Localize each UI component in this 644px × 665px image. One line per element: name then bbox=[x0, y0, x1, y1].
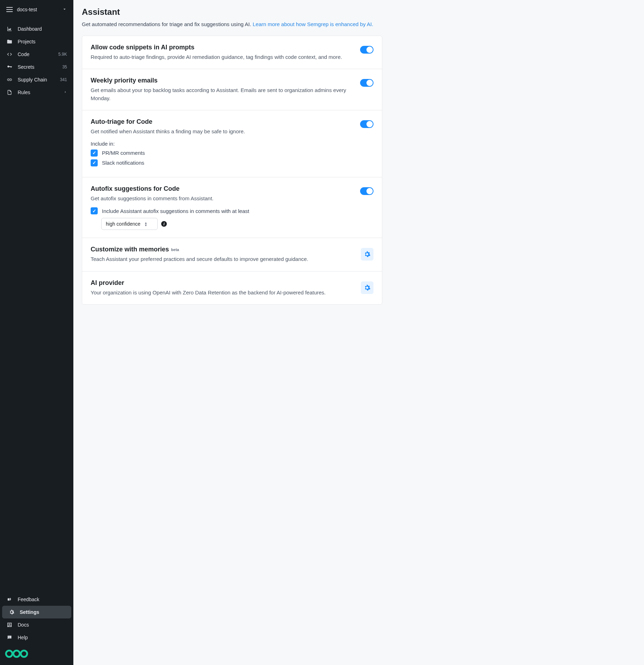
memories-settings-button[interactable] bbox=[361, 248, 373, 261]
section-title: AI provider bbox=[91, 279, 352, 287]
org-switcher[interactable]: docs-test bbox=[0, 0, 73, 19]
sidebar-item-label: Supply Chain bbox=[18, 77, 55, 83]
section-title: Customize with memories beta bbox=[91, 246, 352, 253]
section-autofix: Autofix suggestions for Code Get autofix… bbox=[82, 177, 382, 238]
sidebar-item-label: Help bbox=[18, 635, 67, 640]
sidebar-item-feedback[interactable]: Feedback bbox=[0, 593, 73, 606]
sidebar-item-label: Secrets bbox=[18, 64, 57, 70]
sidebar-item-label: Dashboard bbox=[18, 26, 62, 32]
select-arrows-icon: ▴▾ bbox=[145, 221, 147, 226]
sidebar-item-code[interactable]: Code 5.9K bbox=[0, 48, 73, 61]
sidebar: docs-test Dashboard Projects Code 5.9K S… bbox=[0, 0, 73, 665]
link-icon bbox=[6, 77, 13, 83]
section-desc: Required to auto-triage findings, provid… bbox=[91, 53, 352, 61]
sidebar-badge: 5.9K bbox=[58, 52, 67, 57]
toggle-autofix[interactable] bbox=[360, 187, 373, 195]
section-title: Autofix suggestions for Code bbox=[91, 185, 352, 193]
section-desc: Get notified when Assistant thinks a fin… bbox=[91, 128, 352, 136]
section-weekly-emails: Weekly priority emails Get emails about … bbox=[82, 69, 382, 110]
include-in-label: Include in: bbox=[91, 141, 352, 147]
select-value: high confidence bbox=[106, 221, 140, 227]
section-desc: Your organization is using OpenAI with Z… bbox=[91, 289, 352, 297]
logo bbox=[0, 644, 73, 659]
svg-point-0 bbox=[6, 651, 12, 657]
section-desc: Get autofix suggestions in comments from… bbox=[91, 195, 352, 203]
beta-tag: beta bbox=[171, 248, 179, 252]
section-autotriage: Auto-triage for Code Get notified when A… bbox=[82, 110, 382, 177]
checkbox-pr-comments[interactable]: ✓ PR/MR comments bbox=[91, 150, 352, 157]
sidebar-item-rules[interactable]: Rules bbox=[0, 86, 73, 99]
section-snippets: Allow code snippets in AI prompts Requir… bbox=[82, 36, 382, 69]
sidebar-item-help[interactable]: Help bbox=[0, 631, 73, 644]
section-memories: Customize with memories beta Teach Assis… bbox=[82, 238, 382, 272]
main-content: Assistant Get automated recommendations … bbox=[73, 0, 391, 665]
section-title: Allow code snippets in AI prompts bbox=[91, 44, 352, 51]
sidebar-badge: 35 bbox=[62, 65, 67, 69]
code-icon bbox=[6, 51, 13, 57]
checkbox-label: PR/MR comments bbox=[102, 150, 145, 156]
sidebar-item-label: Docs bbox=[18, 622, 67, 628]
key-icon bbox=[6, 64, 13, 70]
chevron-down-icon bbox=[62, 7, 67, 13]
chevron-right-icon bbox=[63, 90, 67, 95]
section-desc: Teach Assistant your preferred practices… bbox=[91, 255, 352, 263]
sidebar-item-settings[interactable]: Settings bbox=[2, 606, 71, 618]
gear-icon bbox=[8, 609, 15, 615]
learn-more-link[interactable]: Learn more about how Semgrep is enhanced… bbox=[253, 21, 373, 27]
sidebar-item-dashboard[interactable]: Dashboard bbox=[0, 23, 73, 35]
section-title: Weekly priority emails bbox=[91, 77, 352, 84]
nav-bottom: Feedback Settings Docs Help bbox=[0, 593, 73, 665]
page-title: Assistant bbox=[82, 7, 382, 17]
settings-card: Allow code snippets in AI prompts Requir… bbox=[82, 36, 382, 305]
checkbox-icon: ✓ bbox=[91, 207, 98, 214]
sidebar-item-docs[interactable]: Docs bbox=[0, 618, 73, 631]
sidebar-item-secrets[interactable]: Secrets 35 bbox=[0, 61, 73, 73]
section-title-text: Customize with memories bbox=[91, 246, 169, 253]
section-desc: Get emails about your top backlog tasks … bbox=[91, 86, 352, 102]
toggle-autotriage[interactable] bbox=[360, 120, 373, 128]
chart-area-icon bbox=[6, 26, 13, 32]
org-name: docs-test bbox=[17, 7, 58, 12]
sidebar-badge: 341 bbox=[60, 77, 67, 82]
sidebar-item-label: Projects bbox=[18, 39, 62, 44]
svg-point-1 bbox=[13, 651, 20, 657]
checkbox-icon: ✓ bbox=[91, 159, 98, 166]
sidebar-item-label: Feedback bbox=[18, 597, 67, 602]
section-ai-provider: AI provider Your organization is using O… bbox=[82, 272, 382, 305]
toggle-snippets[interactable] bbox=[360, 46, 373, 54]
megaphone-icon bbox=[6, 597, 13, 602]
menu-icon bbox=[6, 7, 13, 12]
section-title: Auto-triage for Code bbox=[91, 118, 352, 126]
checkbox-slack-notifications[interactable]: ✓ Slack notifications bbox=[91, 159, 352, 166]
subtitle-text: Get automated recommendations for triage… bbox=[82, 21, 253, 27]
sidebar-item-label: Rules bbox=[18, 90, 59, 95]
clipboard-icon bbox=[6, 90, 13, 95]
sidebar-item-label: Code bbox=[18, 51, 53, 57]
svg-point-2 bbox=[21, 651, 27, 657]
book-icon bbox=[6, 622, 13, 628]
sidebar-item-projects[interactable]: Projects bbox=[0, 35, 73, 48]
sidebar-item-label: Settings bbox=[20, 609, 65, 615]
confidence-select[interactable]: high confidence ▴▾ bbox=[101, 218, 158, 230]
checkbox-include-autofix[interactable]: ✓ Include Assistant autofix suggestions … bbox=[91, 207, 352, 214]
folder-icon bbox=[6, 39, 13, 44]
info-icon[interactable]: i bbox=[161, 221, 167, 227]
checkbox-icon: ✓ bbox=[91, 150, 98, 157]
checkbox-label: Include Assistant autofix suggestions in… bbox=[102, 208, 249, 214]
checkbox-label: Slack notifications bbox=[102, 160, 144, 166]
nav-main: Dashboard Projects Code 5.9K Secrets 35 … bbox=[0, 19, 73, 99]
toggle-weekly-emails[interactable] bbox=[360, 79, 373, 87]
sidebar-item-supply-chain[interactable]: Supply Chain 341 bbox=[0, 73, 73, 86]
provider-settings-button[interactable] bbox=[361, 281, 373, 294]
help-icon bbox=[6, 635, 13, 640]
page-subtitle: Get automated recommendations for triage… bbox=[82, 20, 382, 29]
